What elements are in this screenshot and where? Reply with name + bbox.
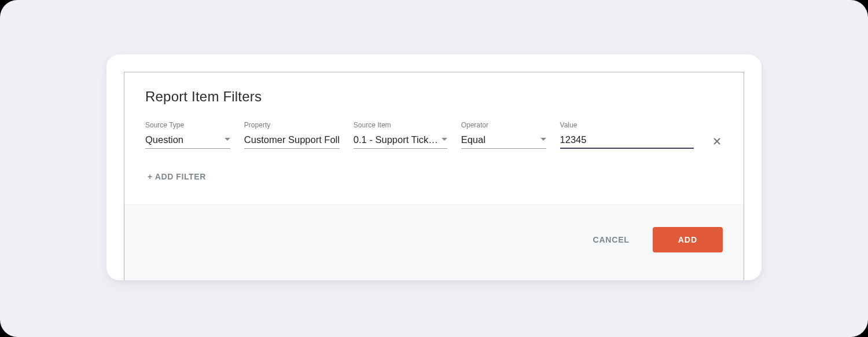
dialog-title: Report Item Filters [145, 89, 723, 105]
source-type-select[interactable]: Question [145, 133, 230, 149]
operator-label: Operator [461, 121, 546, 129]
property-label: Property [244, 121, 340, 129]
value-field: Value 12345 [560, 121, 694, 149]
chevron-down-icon [540, 138, 546, 141]
source-type-field: Source Type Question [145, 121, 230, 149]
dialog-body: Report Item Filters Source Type Question… [124, 72, 744, 204]
add-filter-button[interactable]: + ADD FILTER [145, 172, 723, 181]
cancel-button[interactable]: CANCEL [593, 235, 630, 244]
source-item-label: Source Item [354, 121, 447, 129]
report-item-filters-dialog: Report Item Filters Source Type Question… [106, 54, 762, 280]
source-type-label: Source Type [145, 121, 230, 129]
operator-field: Operator Equal [461, 121, 546, 149]
add-button[interactable]: ADD [653, 227, 723, 252]
source-item-field: Source Item 0.1 - Support Tick… [354, 121, 447, 149]
property-value: Customer Support Follo [244, 134, 340, 145]
filter-row: Source Type Question Property Customer S… [145, 121, 723, 149]
source-item-value: 0.1 - Support Tick… [354, 134, 438, 145]
value-input[interactable]: 12345 [560, 133, 694, 149]
dialog-footer: CANCEL ADD [124, 204, 744, 280]
chevron-down-icon [442, 138, 447, 141]
source-item-select[interactable]: 0.1 - Support Tick… [354, 133, 447, 149]
operator-select[interactable]: Equal [461, 133, 546, 149]
operator-value: Equal [461, 134, 537, 145]
remove-filter-button[interactable] [711, 135, 723, 148]
property-field: Property Customer Support Follo [244, 121, 340, 149]
chevron-down-icon [225, 138, 230, 141]
close-icon [712, 137, 722, 146]
source-type-value: Question [145, 134, 221, 145]
property-select[interactable]: Customer Support Follo [244, 133, 340, 149]
value-text: 12345 [560, 134, 694, 145]
value-label: Value [560, 121, 694, 129]
